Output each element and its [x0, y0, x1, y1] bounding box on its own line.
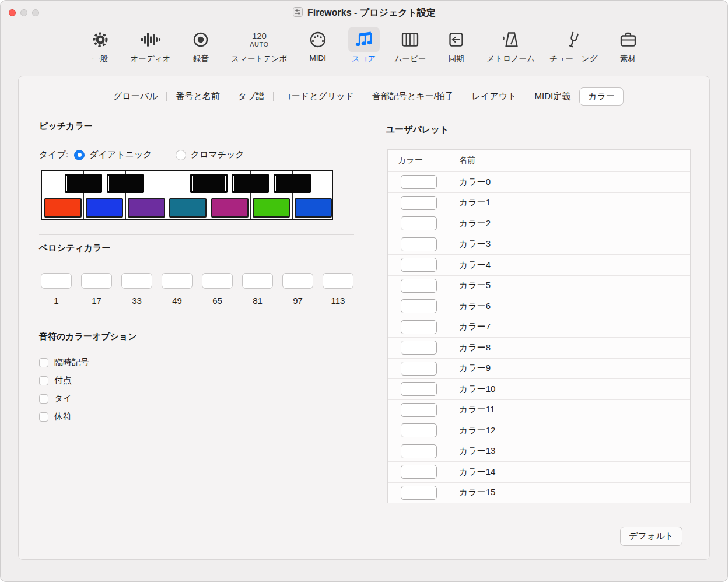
palette-row[interactable]: カラー2: [388, 213, 690, 234]
option-rests[interactable]: 休符: [39, 411, 89, 422]
velocity-swatch[interactable]: [242, 273, 273, 289]
palette-name[interactable]: カラー15: [459, 487, 495, 498]
pitch-key-color[interactable]: [86, 198, 123, 218]
toolbar-item-metronome[interactable]: メトロノーム: [487, 27, 535, 64]
pitch-key-color[interactable]: [211, 198, 249, 218]
tab-color[interactable]: カラー: [579, 87, 624, 106]
palette-swatch[interactable]: [401, 403, 437, 417]
velocity-value: 65: [212, 296, 222, 306]
dots-checkbox[interactable]: [39, 376, 48, 385]
pitch-key-color[interactable]: [169, 198, 206, 218]
palette-row[interactable]: カラー9: [388, 358, 690, 379]
palette-name[interactable]: カラー11: [459, 404, 495, 415]
chromatic-radio[interactable]: [176, 150, 186, 160]
palette-swatch[interactable]: [401, 299, 437, 313]
toolbar-item-movie[interactable]: ムービー: [394, 27, 426, 64]
default-button[interactable]: デフォルト: [620, 527, 682, 546]
palette-name[interactable]: カラー14: [459, 467, 495, 478]
palette-swatch[interactable]: [401, 258, 437, 272]
palette-row[interactable]: カラー7: [388, 317, 690, 338]
tab-global[interactable]: グローバル: [104, 87, 166, 106]
velocity-swatch[interactable]: [41, 273, 72, 289]
palette-name[interactable]: カラー8: [459, 342, 491, 353]
tab-tablature[interactable]: タブ譜: [229, 87, 274, 106]
tab-numbers-names[interactable]: 番号と名前: [167, 87, 228, 106]
palette-swatch[interactable]: [401, 279, 437, 293]
palette-row[interactable]: カラー6: [388, 296, 690, 317]
toolbar-item-assets[interactable]: 素材: [612, 27, 644, 64]
palette-name[interactable]: カラー1: [459, 197, 491, 208]
toolbar-item-smart-tempo[interactable]: 120AUTO スマートテンポ: [231, 27, 287, 64]
option-ties[interactable]: タイ: [39, 393, 89, 404]
rests-checkbox[interactable]: [39, 412, 48, 422]
palette-name[interactable]: カラー9: [459, 363, 491, 374]
white-key-divider: [167, 171, 167, 219]
velocity-cell: 97: [282, 273, 313, 306]
option-accidentals[interactable]: 臨時記号: [39, 357, 89, 368]
toolbar-item-score[interactable]: スコア: [348, 27, 380, 64]
palette-row[interactable]: カラー14: [388, 461, 690, 482]
velocity-swatch[interactable]: [121, 273, 152, 289]
palette-swatch[interactable]: [401, 237, 437, 251]
velocity-swatch[interactable]: [282, 273, 313, 289]
toolbar-item-recording[interactable]: 録音: [185, 27, 216, 64]
chromatic-label[interactable]: クロマチック: [191, 149, 244, 160]
palette-row[interactable]: カラー5: [388, 275, 690, 296]
palette-name[interactable]: カラー13: [459, 446, 495, 457]
velocity-swatch[interactable]: [202, 273, 233, 289]
tab-clefs-key-time[interactable]: 音部記号とキー/拍子: [363, 87, 463, 106]
accidentals-checkbox[interactable]: [39, 358, 48, 367]
palette-name[interactable]: カラー10: [459, 384, 495, 395]
palette-swatch[interactable]: [401, 444, 437, 458]
palette-swatch[interactable]: [401, 382, 437, 396]
velocity-swatch[interactable]: [81, 273, 112, 289]
option-dots[interactable]: 付点: [39, 375, 89, 386]
palette-swatch[interactable]: [401, 320, 437, 334]
pitch-key-color[interactable]: [253, 198, 290, 218]
palette-row[interactable]: カラー3: [388, 234, 690, 255]
palette-swatch[interactable]: [401, 423, 437, 437]
palette-swatch[interactable]: [401, 196, 437, 210]
pitch-key-color[interactable]: [128, 198, 165, 218]
tab-midi-meaning[interactable]: MIDI定義: [526, 87, 580, 106]
palette-name[interactable]: カラー2: [459, 218, 491, 229]
pitch-keyboard[interactable]: [41, 170, 333, 220]
diatonic-label[interactable]: ダイアトニック: [89, 149, 152, 160]
palette-swatch[interactable]: [401, 362, 437, 376]
palette-swatch[interactable]: [401, 465, 437, 479]
toolbar-item-audio[interactable]: オーディオ: [131, 27, 171, 64]
palette-row[interactable]: カラー13: [388, 441, 690, 462]
palette-name[interactable]: カラー3: [459, 239, 491, 250]
palette-row[interactable]: カラー1: [388, 192, 690, 213]
pitch-key-color[interactable]: [295, 198, 332, 218]
palette-row[interactable]: カラー11: [388, 399, 690, 420]
velocity-swatch[interactable]: [162, 273, 192, 289]
palette-row[interactable]: カラー0: [388, 171, 690, 192]
toolbar-item-tuning[interactable]: チューニング: [550, 27, 598, 64]
toolbar-item-general[interactable]: 一般: [85, 27, 116, 64]
ties-checkbox[interactable]: [39, 394, 48, 404]
palette-row[interactable]: カラー15: [388, 482, 690, 503]
palette-swatch[interactable]: [401, 175, 437, 189]
toolbar-item-sync[interactable]: 同期: [440, 27, 472, 64]
tab-layout[interactable]: レイアウト: [463, 87, 526, 106]
black-key: [65, 174, 102, 193]
palette-swatch[interactable]: [401, 486, 437, 500]
palette-row[interactable]: カラー12: [388, 420, 690, 441]
toolbar-item-midi[interactable]: MIDI: [302, 27, 334, 62]
tab-chords-grids[interactable]: コードとグリッド: [274, 87, 362, 106]
palette-row[interactable]: カラー8: [388, 337, 690, 358]
palette-row[interactable]: カラー4: [388, 254, 690, 275]
palette-swatch[interactable]: [401, 216, 437, 230]
palette-name[interactable]: カラー6: [459, 301, 491, 312]
palette-name[interactable]: カラー0: [459, 177, 491, 188]
palette-name[interactable]: カラー5: [459, 280, 491, 291]
palette-name[interactable]: カラー4: [459, 260, 491, 271]
velocity-swatch[interactable]: [323, 273, 354, 289]
pitch-key-color[interactable]: [44, 198, 82, 218]
palette-name[interactable]: カラー12: [459, 425, 495, 436]
palette-row[interactable]: カラー10: [388, 378, 690, 399]
diatonic-radio[interactable]: [74, 150, 85, 160]
palette-name[interactable]: カラー7: [459, 321, 491, 332]
palette-swatch[interactable]: [401, 341, 437, 355]
